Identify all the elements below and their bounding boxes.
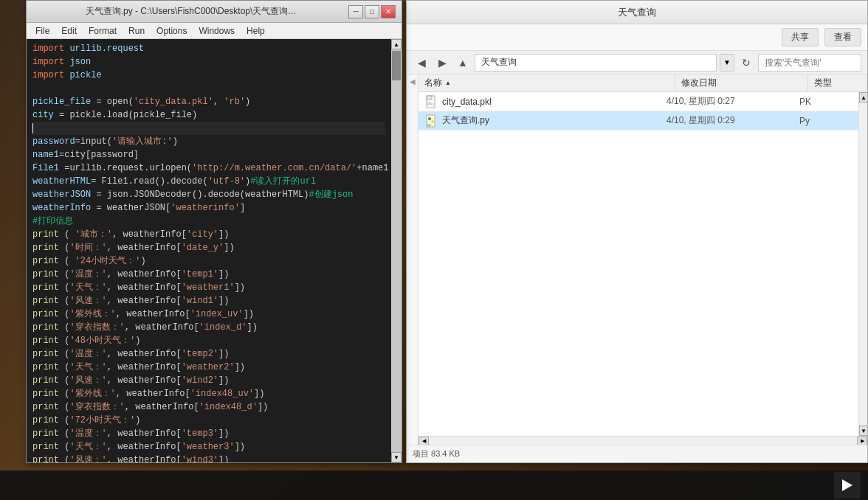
search-input[interactable] [758,54,861,72]
code-line-24: print ('温度：', weatherInfo['temp2']) [32,347,385,361]
explorer-main: 名称 ▲ 修改日期 类型 [418,74,867,445]
explorer-status-bar: 项目 83.4 KB [407,445,867,462]
explorer-left-panel: ◀ [407,74,418,445]
explorer-nav: ◀ ▶ ▲ 天气查询 ▼ ↻ [407,51,867,74]
collapse-arrow[interactable]: ◀ [410,77,416,86]
code-line-20: print ('风速：', weatherInfo['wind1']) [32,294,385,308]
explorer-toolbar: 共享 查看 [407,24,867,51]
scroll-right-btn[interactable]: ▶ [857,437,867,445]
code-line-25: print ('天气：', weatherInfo['weather2']) [32,361,385,374]
menu-run[interactable]: Run [123,24,151,38]
code-line-14: #打印信息 [32,215,385,228]
play-triangle-icon [842,479,852,491]
minimize-button[interactable]: ─ [348,5,363,18]
file-item-pkl[interactable]: PKL city_data.pkl 4/10, 星期四 0:27 PK [418,92,858,111]
address-dropdown[interactable]: ▼ [720,54,734,72]
explorer-scrollbar-h[interactable]: ◀ ▶ [418,436,867,445]
menu-options[interactable]: Options [151,24,193,38]
nav-back-button[interactable]: ◀ [413,54,430,72]
explorer-scrollbar-v[interactable]: ▲ ▼ [858,92,867,436]
close-button[interactable]: ✕ [381,5,396,18]
svg-point-5 [431,120,434,123]
code-line-21: print ('紫外线：', weatherInfo['index_uv']) [32,308,385,321]
idle-scrollbar[interactable]: ▲ ▼ [391,39,402,462]
col-header-type[interactable]: 类型 [808,74,867,91]
share-button[interactable]: 共享 [782,28,819,46]
file-type-py: Py [799,116,858,126]
file-date-pkl: 4/10, 星期四 0:27 [666,95,799,108]
menu-windows[interactable]: Windows [193,24,241,38]
code-line-32: print ('风速：', weatherInfo['wind3']) [32,454,385,462]
code-line-23: print ('48小时天气：') [32,334,385,347]
idle-menubar: File Edit Format Run Options Windows Hel… [27,23,402,39]
code-line-26: print ('风速：', weatherInfo['wind2']) [32,374,385,387]
idle-window-controls[interactable]: ─ □ ✕ [348,5,396,18]
menu-format[interactable]: Format [83,24,123,38]
code-line-cursor [32,122,385,135]
file-date-py: 4/10, 星期四 0:29 [666,114,799,127]
file-icon-pkl: PKL [424,94,439,109]
idle-scroll-up-btn[interactable]: ▲ [391,39,402,49]
code-line-5: pickle_file = open('city_data.pkl', 'rb'… [32,95,385,108]
svg-text:py: py [427,122,432,127]
code-line-30: print ('温度：', weatherInfo['temp3']) [32,427,385,440]
code-line-31: print ('天气：', weatherInfo['weather3']) [32,440,385,454]
code-line-10: File1 =urllib.request.urlopen('http://m.… [32,162,385,175]
nav-forward-button[interactable]: ▶ [433,54,451,72]
taskbar-right [834,472,861,499]
idle-titlebar: 天气查询.py - C:\Users\FishC000\Desktop\天气查询… [27,1,402,23]
scroll-up-btn[interactable]: ▲ [859,92,867,103]
explorer-titlebar: 天气查询 [407,1,867,24]
file-item-py[interactable]: py 天气查询.py 4/10, 星期四 0:29 Py [418,111,858,131]
code-line-2: import json [32,55,385,69]
idle-window-title: 天气查询.py - C:\Users\FishC000\Desktop\天气查询… [32,5,348,18]
menu-file[interactable]: File [30,24,55,38]
code-line-1: import urllib.request [32,42,385,55]
code-line-18: print ('温度：', weatherInfo['temp1']) [32,268,385,281]
code-line-17: print ( '24小时天气：') [32,254,385,268]
scroll-down-btn[interactable]: ▼ [859,426,867,436]
code-editor[interactable]: import urllib.request import json import… [27,39,391,462]
sort-arrow-name: ▲ [445,80,451,86]
menu-edit[interactable]: Edit [55,24,83,38]
code-line-22: print ('穿衣指数：', weatherInfo['index_d']) [32,321,385,334]
code-line-19: print ('天气：', weatherInfo['weather1']) [32,281,385,294]
desktop: 天气查询.py - C:\Users\FishC000\Desktop\天气查询… [0,0,868,500]
code-line-27: print ('紫外线：', weatherInfo['index48_uv']… [32,387,385,400]
idle-content-row: import urllib.request import json import… [27,39,402,462]
code-line-6: city = pickle.load(pickle_file) [32,108,385,122]
code-line-28: print ('穿衣指数：', weatherInfo['index48_d']… [32,400,385,414]
idle-scroll-down-btn[interactable]: ▼ [391,452,402,462]
code-line-9: name1=city[password] [32,148,385,162]
explorer-content: ◀ 名称 ▲ 修改日期 类型 [407,74,867,445]
idle-window: 天气查询.py - C:\Users\FishC000\Desktop\天气查询… [26,0,402,463]
taskbar [0,471,868,500]
explorer-window-title: 天气查询 [618,6,656,19]
file-name-pkl: city_data.pkl [439,97,666,107]
address-text: 天气查询 [481,56,517,69]
code-line-11: weatherHTML= File1.read().decode('utf-8'… [32,175,385,188]
menu-help[interactable]: Help [241,24,271,38]
code-line-16: print ('时间：', weatherInfo['date_y']) [32,241,385,254]
code-line-29: print ('72小时天气：') [32,414,385,427]
maximize-button[interactable]: □ [365,5,379,18]
svg-text:PKL: PKL [427,102,435,106]
file-name-py: 天气查询.py [439,114,666,127]
nav-up-button[interactable]: ▲ [454,54,472,72]
scroll-left-btn[interactable]: ◀ [418,437,429,445]
address-bar[interactable]: 天气查询 [475,54,717,72]
idle-scroll-thumb[interactable] [392,51,401,80]
svg-point-4 [428,117,431,120]
file-type-pkl: PK [799,97,858,107]
code-line-3: import pickle [32,69,385,82]
code-line-4 [32,82,385,95]
file-icon-py: py [424,114,439,128]
svg-rect-1 [427,96,432,100]
refresh-button[interactable]: ↻ [737,54,755,72]
code-line-12: weatherJSON = json.JSONDecoder().decode(… [32,188,385,201]
video-play-button[interactable] [834,472,861,499]
view-button[interactable]: 查看 [824,28,861,46]
col-header-date[interactable]: 修改日期 [675,74,808,91]
col-header-name[interactable]: 名称 ▲ [418,74,675,91]
file-list-header: 名称 ▲ 修改日期 类型 [418,74,867,92]
